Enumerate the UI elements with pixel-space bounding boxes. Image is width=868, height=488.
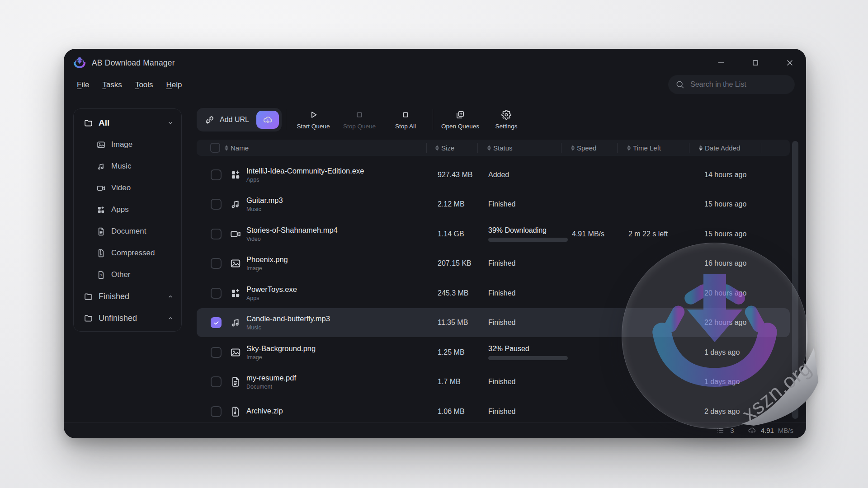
row-checkbox[interactable] (211, 347, 222, 358)
sidebar-item-label: Other (111, 270, 131, 279)
progress-bar (488, 238, 568, 242)
row-checkbox[interactable] (211, 258, 222, 269)
column-header-time-left[interactable]: Time Left (627, 144, 661, 152)
row-checkbox[interactable] (211, 376, 222, 387)
window-controls (717, 58, 794, 67)
check-icon (213, 319, 220, 326)
add-url-button[interactable]: Add URL (197, 108, 282, 131)
link-plus-icon (204, 114, 215, 125)
title-bar: AB Download Manager (64, 49, 806, 77)
toolbar-divider (433, 109, 433, 130)
file-size: 1.7 MB (438, 378, 461, 386)
gear-icon (501, 110, 511, 120)
sidebar-item-music[interactable]: Music (74, 155, 181, 177)
menu-file[interactable]: File (77, 80, 89, 89)
header-divider (689, 143, 689, 153)
menu-tasks[interactable]: Tasks (102, 80, 122, 89)
sidebar-item-video[interactable]: Video (74, 177, 181, 199)
sidebar-item-other[interactable]: Other (74, 264, 181, 286)
row-checkbox[interactable] (211, 288, 222, 299)
row-checkbox[interactable] (211, 406, 222, 417)
row-checkbox[interactable] (211, 229, 222, 239)
row-checkbox-checked[interactable] (211, 317, 222, 328)
table-row[interactable]: IntelliJ-Idea-Community-Edition.exe Apps… (197, 160, 790, 189)
sidebar-item-label: Unfinished (99, 314, 137, 323)
file-name: Phoenix.png (246, 255, 288, 263)
file-size: 11.35 MB (438, 319, 468, 327)
start-queue-button[interactable]: Start Queue (290, 110, 336, 130)
apps-icon (230, 169, 241, 181)
sidebar: All Image Music Video Apps Document (73, 108, 182, 332)
minimize-icon[interactable] (717, 58, 726, 67)
file-size: 245.3 MB (438, 289, 468, 297)
status-text: Finished (488, 200, 515, 208)
row-checkbox[interactable] (211, 169, 222, 180)
add-url-label: Add URL (220, 116, 249, 124)
sidebar-item-unfinished[interactable]: Unfinished (74, 307, 181, 329)
search-input[interactable] (689, 80, 788, 89)
zip-icon (230, 406, 241, 418)
stop-all-button[interactable]: Stop All (382, 110, 429, 130)
maximize-icon[interactable] (751, 58, 760, 67)
sidebar-item-compressed[interactable]: Compressed (74, 242, 181, 264)
window-title: AB Download Manager (92, 58, 175, 68)
column-header-status[interactable]: Status (487, 144, 513, 152)
file-name: Guitar.mp3 (246, 196, 283, 204)
folder-icon (84, 314, 93, 323)
image-icon (230, 258, 241, 269)
column-header-size[interactable]: Size (435, 144, 454, 152)
menu-tools[interactable]: Tools (135, 80, 153, 89)
column-header-speed[interactable]: Speed (571, 144, 596, 152)
sidebar-item-apps[interactable]: Apps (74, 199, 181, 221)
status-text: 39% Downloading (488, 226, 568, 235)
sort-desc-icon (699, 145, 703, 150)
toolbar-button-label: Start Queue (297, 123, 330, 130)
file-name: IntelliJ-Idea-Community-Edition.exe (246, 167, 364, 175)
sort-icon (571, 145, 575, 150)
image-icon (230, 347, 241, 358)
status-text: Finished (488, 319, 515, 327)
settings-button[interactable]: Settings (483, 110, 529, 130)
add-download-action-button[interactable] (256, 111, 279, 129)
desktop-background: AB Download Manager File Tasks Tools Hel… (0, 0, 868, 488)
image-icon (96, 140, 106, 150)
file-name: my-resume.pdf (246, 374, 296, 382)
file-size: 1.06 MB (438, 408, 465, 416)
status-text: Added (488, 171, 509, 179)
video-icon (96, 183, 106, 193)
select-all-checkbox[interactable] (210, 143, 220, 153)
sidebar-item-label: Music (111, 162, 131, 171)
sidebar-item-finished[interactable]: Finished (74, 286, 181, 307)
toolbar-divider (286, 109, 286, 130)
column-header-date-added[interactable]: Date Added (699, 144, 740, 152)
column-header-name[interactable]: Name (225, 144, 249, 152)
sidebar-item-all[interactable]: All (74, 112, 181, 134)
chevron-up-icon (167, 314, 174, 322)
folder-icon (84, 292, 93, 301)
toolbar: Add URL Start Queue Stop Queue Stop All (197, 107, 529, 133)
status-text: Finished (488, 259, 515, 267)
row-checkbox[interactable] (211, 199, 222, 210)
open-queues-button[interactable]: Open Queues (437, 110, 483, 130)
stop-queue-button[interactable]: Stop Queue (336, 110, 382, 130)
header-divider (426, 143, 427, 153)
file-size: 207.15 KB (438, 259, 472, 267)
file-question-icon (96, 270, 106, 280)
sidebar-item-image[interactable]: Image (74, 134, 181, 155)
close-icon[interactable] (785, 58, 794, 67)
toolbar-button-label: Settings (495, 123, 518, 130)
header-divider (617, 143, 618, 153)
file-category: Image (246, 354, 316, 361)
status-text: 32% Paused (488, 345, 568, 353)
apps-icon (230, 287, 241, 299)
search-box[interactable] (668, 75, 795, 94)
sidebar-item-label: Finished (99, 292, 129, 301)
file-category: Apps (246, 177, 364, 183)
sidebar-item-label: Apps (111, 205, 129, 214)
table-row[interactable]: Guitar.mp3 Music 2.12 MB Finished 15 hou… (197, 190, 790, 219)
table-header: Name Size Status Speed Time Left (197, 140, 790, 156)
menu-help[interactable]: Help (166, 80, 182, 89)
sidebar-item-document[interactable]: Document (74, 221, 181, 242)
sidebar-item-label: Document (111, 227, 146, 236)
progress-bar (488, 356, 568, 360)
